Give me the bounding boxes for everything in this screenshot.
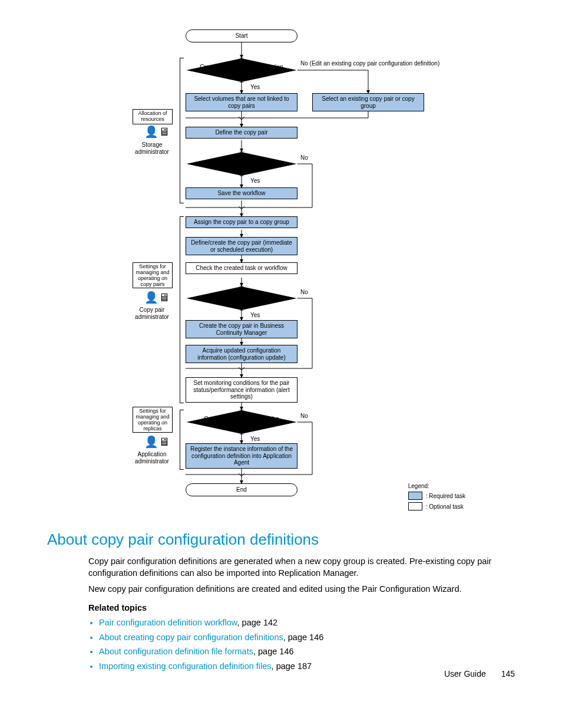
role-box-copypair: Settings for managing and operating on c… [133,262,173,288]
role-box-allocation: Allocation of resources [133,109,173,124]
person-icon-2: 👤🖥 [144,291,170,304]
flow-define-create: Define/create the copy pair (immediate o… [186,237,297,255]
person-icon: 👤🖥 [144,125,170,139]
role-text-application: Application administrator [128,451,176,465]
flow-label-no2: No [300,154,308,161]
flow-label-no4: No [300,413,308,419]
page-footer: User Guide 145 [444,669,515,678]
related-link[interactable]: About configuration definition file form… [99,647,253,656]
flow-end: End [186,483,297,496]
related-link-item: Pair configuration definition workflow, … [99,617,515,629]
flow-decision-create: Create a copy pair configuration definit… [186,58,297,83]
flow-label-no-edit: No (Edit an existing copy pair configura… [300,60,439,67]
body-paragraph-1: Copy pair configuration definitions are … [88,556,515,579]
related-topics-heading: Related topics [88,602,515,614]
flow-assign: Assign the copy pair to a copy group [186,216,297,228]
related-link-item: About configuration definition file form… [99,646,515,658]
role-box-replicas: Settings for managing and operating on r… [133,407,173,433]
bracket-2 [180,216,184,403]
related-link-item: About creating copy pair configuration d… [99,632,515,644]
flow-decision-divide: Divide work among administrators? [186,151,297,176]
flow-select-existing: Select an existing copy pair or copy gro… [312,93,424,111]
flow-label-no3: No [300,289,308,295]
flow-start: Start [186,29,297,42]
legend-swatch-optional [408,502,422,510]
legend-label-required: : Required task [426,493,465,499]
role-text-storage: Storage administrator [128,141,176,155]
flow-decision-replica: Create a replica by using the configurat… [186,410,297,434]
related-link[interactable]: About creating copy pair configuration d… [99,633,283,642]
flow-decision-mainframe: Using a mainframe system? [186,286,297,311]
legend-label-optional: : Optional task [426,503,464,510]
flow-label-yes3: Yes [250,312,260,318]
role-text-copypair: Copy pair administrator [128,307,176,320]
bracket-1 [180,58,184,203]
flow-check-task: Check the created task or workflow [186,262,297,274]
flow-label-yes1: Yes [250,84,260,90]
body-paragraph-2: New copy pair configuration definitions … [88,584,515,595]
flow-monitor: Set monitoring conditions for the pair s… [186,377,297,403]
flow-save-workflow: Save the workflow [186,187,297,199]
flow-select-volumes: Select volumes that are not linked to co… [186,93,297,111]
person-icon-3: 👤🖥 [144,435,170,449]
legend-title: Legend: [408,483,465,489]
bracket-3 [180,410,184,470]
related-topics-list: Pair configuration definition workflow, … [88,617,515,672]
flow-label-yes4: Yes [250,436,260,442]
flow-acquire: Acquire updated configuration informatio… [186,345,297,363]
footer-page: 145 [501,669,515,678]
related-link[interactable]: Importing existing configuration definit… [99,661,272,671]
flow-define-pair: Define the copy pair [186,127,297,139]
flowchart-diagram: Start Create a copy pair configuration d… [88,29,465,519]
footer-label: User Guide [444,669,486,678]
flow-bcm: Create the copy pair in Business Continu… [186,320,297,338]
flow-register: Register the instance information of the… [186,443,297,469]
related-link[interactable]: Pair configuration definition workflow [99,618,237,627]
section-heading: About copy pair configuration definition… [47,531,515,549]
flow-label-yes2: Yes [250,177,260,184]
legend: Legend: : Required task : Optional task [408,483,465,513]
legend-swatch-required [408,492,422,500]
